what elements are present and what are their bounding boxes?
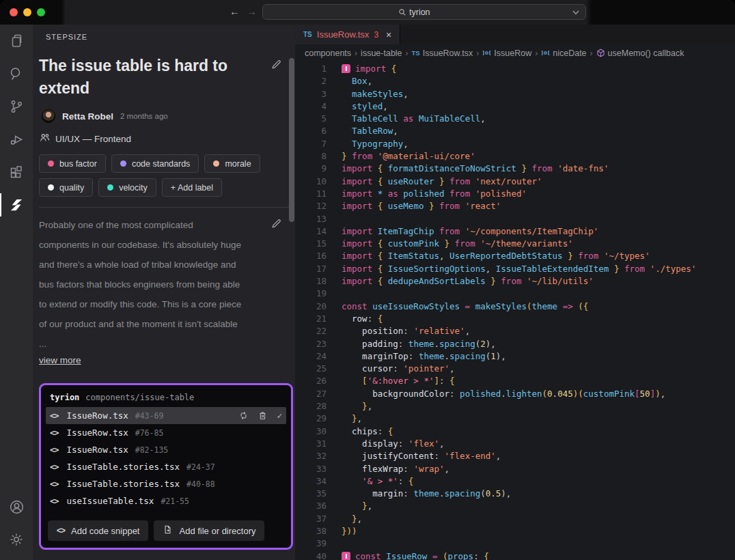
tab-file-name: IssueRow.tsx: [317, 29, 370, 40]
add-code-snippet-button[interactable]: <> Add code snippet: [48, 520, 148, 541]
snippet-row[interactable]: <>useIssueTable.tsx#21-55: [46, 492, 286, 509]
snippet-file-name: IssueRow.tsx: [66, 445, 128, 455]
code-line: 35 margin: theme.spacing(0.5),: [295, 488, 735, 500]
label-chip[interactable]: morale: [204, 154, 260, 173]
line-number: 28: [295, 400, 327, 412]
line-content: Box,: [342, 75, 372, 87]
line-number: 26: [295, 375, 327, 387]
description-line: components in our codebase. It's absolut…: [39, 235, 292, 255]
label-color-dot: [107, 184, 113, 191]
stepsize-marker-icon[interactable]: [342, 64, 350, 73]
code-line: 34 '& > *': {: [295, 475, 735, 488]
code-line: 39: [295, 537, 735, 550]
account-button[interactable]: [0, 490, 33, 523]
team-row: UI/UX — Frontend: [39, 132, 292, 145]
label-chip[interactable]: quality: [39, 178, 93, 197]
resolve-snippet-icon[interactable]: ✓: [277, 410, 282, 421]
code-view[interactable]: 1import {2 Box,3 makeStyles,4 styled,5 T…: [295, 61, 735, 560]
line-content: justifyContent: 'flex-end',: [342, 450, 501, 462]
sidebar-item-extensions[interactable]: [0, 156, 33, 188]
code-line: 40const IssueRow = (props: {: [295, 550, 735, 560]
code-brackets-icon: <>: [50, 462, 58, 472]
line-number: 32: [295, 450, 327, 462]
breadcrumb-item[interactable]: IssueRow: [482, 48, 531, 58]
line-content: const IssueRow = (props: {: [342, 550, 489, 560]
edit-title-pencil-icon[interactable]: [271, 59, 282, 73]
breadcrumb-label: useMemo() callback: [608, 48, 684, 58]
forward-arrow-icon[interactable]: →: [247, 5, 257, 17]
line-content: ['&:hover > *']: {: [342, 375, 455, 387]
snippet-row[interactable]: <>IssueRow.tsx#76-85: [46, 424, 286, 441]
sidebar-item-stepsize[interactable]: [0, 188, 33, 221]
titlebar: ← →: [0, 0, 735, 25]
edit-description-pencil-icon[interactable]: [271, 218, 282, 232]
tab-issuerow[interactable]: TS IssueRow.tsx 3 ×: [295, 25, 400, 44]
breadcrumb-item[interactable]: issue-table: [361, 48, 402, 58]
delete-snippet-icon[interactable]: [258, 410, 268, 421]
snippet-row[interactable]: <>IssueTable.stories.tsx#24-37: [46, 458, 286, 475]
snippet-row[interactable]: <>IssueTable.stories.tsx#40-88: [46, 475, 286, 492]
code-line: 10import { useRouter } from 'next/router…: [295, 176, 735, 188]
view-more-link[interactable]: view more: [39, 355, 81, 365]
search-input[interactable]: [409, 8, 450, 17]
breadcrumb-item[interactable]: components: [305, 48, 351, 58]
code-line: 33 flexWrap: 'wrap',: [295, 463, 735, 475]
zoom-window-button[interactable]: [37, 8, 45, 16]
command-search-box[interactable]: [262, 4, 586, 20]
add-file-or-directory-button[interactable]: Add file or directory: [154, 520, 264, 541]
chevron-down-icon[interactable]: [572, 10, 579, 15]
line-number: 29: [295, 412, 327, 425]
line-content: import { IssueSortingOptions, IssueTable…: [342, 263, 696, 275]
breadcrumb-label: IssueRow: [494, 48, 531, 58]
sidebar-item-source-control[interactable]: [0, 90, 33, 123]
label-chip[interactable]: code standards: [111, 154, 199, 173]
breadcrumb-separator: ›: [590, 48, 593, 58]
line-number: 18: [295, 275, 327, 288]
update-snippet-icon[interactable]: [238, 410, 249, 421]
line-number: 34: [295, 475, 327, 488]
add-label-button[interactable]: + Add label: [162, 178, 222, 197]
snippet-row[interactable]: <>IssueRow.tsx#82-135: [46, 441, 286, 458]
sidebar-item-run-debug[interactable]: [0, 123, 33, 156]
line-number: 35: [295, 488, 327, 500]
sidebar-item-search[interactable]: [0, 57, 33, 90]
add-file-icon: [163, 524, 173, 537]
code-line: 36 },: [295, 500, 735, 512]
label-list: bus factorcode standardsmoralequalityvel…: [39, 154, 278, 197]
minimize-window-button[interactable]: [23, 8, 31, 16]
line-number: 13: [295, 213, 327, 225]
stepsize-marker-icon[interactable]: [342, 552, 350, 560]
code-line: 18import { dedupeAndSortLabels } from '~…: [295, 275, 735, 288]
line-content: },: [342, 412, 362, 425]
search-icon: [398, 8, 406, 16]
code-line: 30 chips: {: [295, 425, 735, 438]
breadcrumb-item[interactable]: useMemo() callback: [596, 48, 684, 58]
line-number: 16: [295, 250, 327, 262]
line-number: 15: [295, 238, 327, 250]
code-line: 13: [295, 213, 735, 225]
line-number: 8: [295, 150, 327, 163]
line-number: 7: [295, 138, 327, 150]
files-icon: [8, 33, 25, 49]
snippet-row[interactable]: <>IssueRow.tsx#43-69✓: [46, 407, 286, 424]
line-number: 14: [295, 225, 327, 238]
breadcrumb-item[interactable]: TSIssueRow.tsx: [412, 48, 473, 58]
line-number: 19: [295, 288, 327, 300]
sidebar-item-explorer[interactable]: [0, 25, 33, 57]
editor-area: TS IssueRow.tsx 3 × components›issue-tab…: [295, 25, 735, 560]
line-number: 30: [295, 425, 327, 438]
breadcrumb-label: issue-table: [361, 48, 402, 58]
sidebar-scrollbar[interactable]: [289, 58, 294, 222]
breadcrumb-item[interactable]: niceDate: [541, 48, 586, 58]
label-chip[interactable]: velocity: [98, 178, 156, 197]
line-content: cursor: 'pointer',: [342, 363, 455, 375]
snippet-line-range: #24-37: [186, 462, 215, 472]
close-tab-icon[interactable]: ×: [386, 29, 391, 40]
back-arrow-icon[interactable]: ←: [230, 5, 240, 17]
close-window-button[interactable]: [10, 8, 18, 16]
settings-button[interactable]: [0, 523, 33, 556]
label-chip[interactable]: bus factor: [39, 154, 106, 173]
line-number: 37: [295, 513, 327, 525]
code-line: 8} from '@material-ui/core': [295, 150, 735, 163]
line-content: },: [342, 400, 372, 412]
